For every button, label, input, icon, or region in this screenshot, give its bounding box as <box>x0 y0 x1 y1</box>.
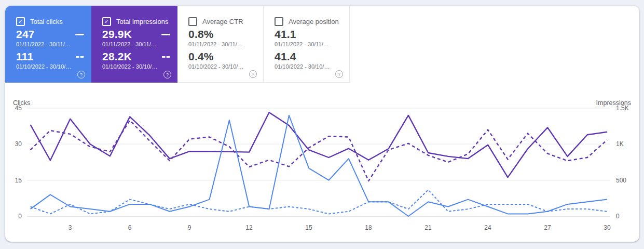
right-tick: 500 <box>616 177 626 184</box>
right-tick: 0 <box>616 213 620 220</box>
metric-value-current: 41.1 <box>275 28 296 41</box>
metric-cards-row: ✓ Total clicks 247 01/11/2022 - 30/11/… … <box>5 6 350 83</box>
metric-value-previous: 28.2K <box>102 50 132 63</box>
x-tick: 15 <box>305 224 312 231</box>
date-range-previous: 01/10/2022 - 30/10/… <box>16 63 84 70</box>
date-range-previous: 01/10/2022 - 30/10/… <box>275 63 342 70</box>
card-label: Average CTR <box>202 18 243 25</box>
card-label: Average position <box>289 18 339 25</box>
card-total-clicks[interactable]: ✓ Total clicks 247 01/11/2022 - 30/11/… … <box>5 6 91 83</box>
right-tick: 1.5K <box>616 104 629 112</box>
series-line-clicks-previous <box>31 190 608 214</box>
metric-value-current: 29.9K <box>102 28 132 41</box>
checkbox-total-clicks-checked[interactable]: ✓ <box>16 17 25 26</box>
date-range-current: 01/11/2022 - 30/11/… <box>16 41 84 48</box>
performance-line-chart[interactable]: Clicks Impressions 45 30 15 0 1.5K 1K 50… <box>5 91 639 242</box>
card-label: Total clicks <box>30 18 63 25</box>
help-icon[interactable]: ? <box>335 70 343 78</box>
x-tick: 30 <box>604 224 611 231</box>
series-layer <box>31 112 608 216</box>
series-line-clicks-current <box>31 115 608 216</box>
card-average-ctr[interactable]: Average CTR 0.8% 01/11/2022 - 30/11/… 0.… <box>177 6 264 83</box>
x-tick: 3 <box>68 224 72 231</box>
metric-value-previous: 41.4 <box>275 50 296 63</box>
series-line-impressions-current <box>31 112 608 177</box>
card-header: ✓ Total impressions <box>102 17 170 25</box>
metric-value-current: 247 <box>16 28 35 41</box>
card-header: Average CTR <box>188 17 256 25</box>
left-tick: 0 <box>18 213 22 220</box>
date-range-previous: 01/10/2022 - 30/10/… <box>102 63 170 70</box>
help-icon[interactable]: ? <box>77 71 85 78</box>
card-average-position[interactable]: Average position 41.1 01/11/2022 - 30/11… <box>264 6 350 83</box>
right-tick: 1K <box>616 140 624 148</box>
card-total-impressions[interactable]: ✓ Total impressions 29.9K 01/11/2022 - 3… <box>91 6 177 83</box>
series-line-impressions-previous <box>31 121 608 181</box>
x-tick: 18 <box>365 224 372 231</box>
metric-value-previous: 0.4% <box>188 50 214 63</box>
help-icon[interactable]: ? <box>249 70 257 78</box>
x-tick: 27 <box>544 224 551 231</box>
date-range-current: 01/11/2022 - 30/11/… <box>102 41 170 48</box>
card-label: Total impressions <box>116 18 168 25</box>
checkbox-average-position-unchecked[interactable] <box>275 17 283 26</box>
x-tick: 9 <box>188 224 191 231</box>
solid-line-indicator <box>161 34 170 35</box>
metric-value-previous: 111 <box>16 50 33 63</box>
left-tick: 30 <box>15 140 22 148</box>
checkbox-total-impressions-checked[interactable]: ✓ <box>102 17 111 26</box>
checkmark-icon: ✓ <box>104 19 109 24</box>
help-icon[interactable]: ? <box>163 71 171 78</box>
date-range-current: 01/11/2022 - 30/11/… <box>188 41 256 48</box>
date-range-current: 01/11/2022 - 30/11/… <box>275 41 342 48</box>
solid-line-indicator <box>75 34 84 35</box>
card-header: ✓ Total clicks <box>16 17 84 25</box>
checkbox-average-ctr-unchecked[interactable] <box>188 17 197 26</box>
checkmark-icon: ✓ <box>18 19 23 24</box>
x-tick: 6 <box>128 224 132 231</box>
left-tick: 15 <box>15 177 22 184</box>
x-tick: 12 <box>245 224 253 231</box>
x-tick: 21 <box>424 224 432 231</box>
date-range-previous: 01/10/2022 - 30/10/… <box>188 63 256 70</box>
dashed-line-indicator <box>161 56 170 58</box>
metric-value-current: 0.8% <box>188 28 214 41</box>
card-header: Average position <box>275 17 342 25</box>
x-tick: 24 <box>484 224 491 231</box>
performance-report-panel: ✓ Total clicks 247 01/11/2022 - 30/11/… … <box>5 6 639 242</box>
left-tick: 45 <box>15 104 22 112</box>
dashed-line-indicator <box>75 56 84 58</box>
